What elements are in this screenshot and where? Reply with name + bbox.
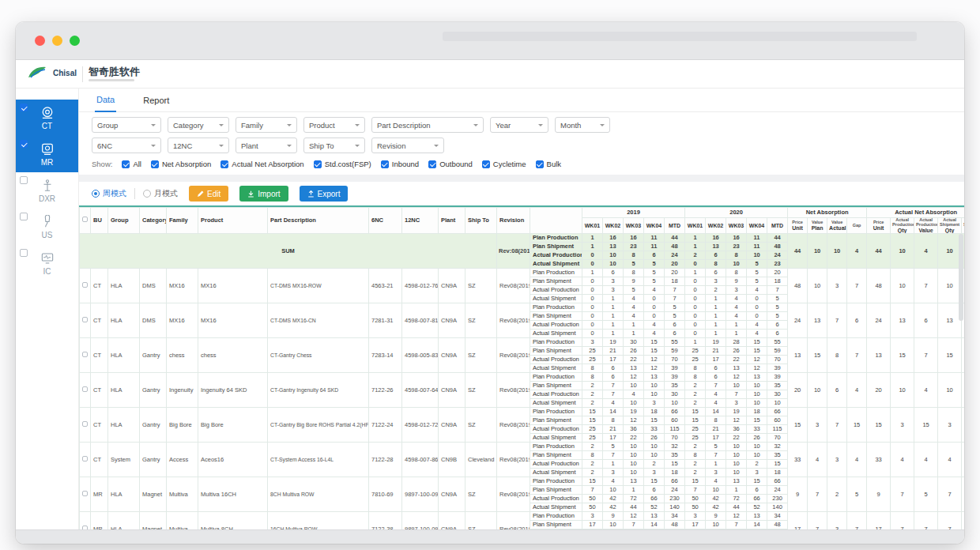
week-header: WK03 [624, 218, 644, 234]
checkbox-icon[interactable] [151, 160, 159, 168]
select-all-checkbox[interactable] [82, 217, 88, 222]
week-value-cell: 12 [644, 356, 665, 364]
week-value-cell: 2 [582, 382, 603, 390]
week-value-cell: 3 [582, 338, 603, 347]
mode-radio-month[interactable]: 月模式 [143, 188, 178, 199]
row-checkbox[interactable] [82, 352, 88, 357]
filter-family[interactable]: Family [236, 117, 297, 133]
import-button[interactable]: Import [239, 186, 288, 202]
show-option-label: Bulk [547, 160, 561, 168]
filter-ship-to[interactable]: Ship To [303, 138, 365, 153]
family-cell: chess [167, 338, 198, 373]
show-option-actual-net-absorption[interactable]: Actual Net Absorption [220, 160, 303, 168]
week-value-cell: 1 [685, 338, 706, 347]
week-value-cell: 48 [665, 521, 685, 529]
row-checkbox[interactable] [82, 317, 88, 322]
week-value-cell: 7 [665, 295, 685, 303]
sidebar-item-checkbox[interactable] [20, 213, 28, 220]
filter-product[interactable]: Product [303, 117, 365, 133]
row-select-cell [80, 512, 91, 529]
family-cell: Multiva [167, 477, 198, 512]
6nc-cell: 4563-21 [369, 269, 402, 303]
checkbox-icon[interactable] [122, 160, 130, 168]
show-option-outbound[interactable]: Outbound [428, 160, 473, 168]
family-cell: Access [167, 443, 198, 477]
category-cell: DMS [140, 303, 167, 338]
scrollbar-thumb[interactable] [959, 234, 963, 321]
tab-data[interactable]: Data [95, 95, 116, 112]
filter-plant[interactable]: Plant [236, 138, 297, 153]
sidebar-item-checkbox[interactable] [20, 176, 28, 184]
week-value-cell: 5 [706, 443, 726, 451]
sidebar-item-ic[interactable]: IC [16, 245, 78, 281]
net-absorption-cell: 15 [847, 408, 867, 443]
show-option-inbound[interactable]: Inbound [381, 160, 419, 168]
mode-radio-week[interactable]: 周模式 [92, 188, 126, 199]
week-value-cell: 10 [726, 443, 747, 451]
minimize-window-button[interactable] [52, 36, 62, 46]
zoom-window-button[interactable] [70, 36, 80, 46]
week-value-cell: 4 [706, 390, 726, 399]
chevron-down-icon [355, 145, 360, 149]
week-value-cell: 15 [747, 338, 767, 347]
filter-group[interactable]: Group [92, 117, 161, 133]
show-option-std-cost-fsp[interactable]: Std.cost(FSP) [314, 160, 371, 168]
filter-month[interactable]: Month [555, 117, 610, 133]
show-option-net-absorption[interactable]: Net Absorption [151, 160, 211, 168]
row-checkbox[interactable] [82, 421, 88, 427]
show-option-label: Actual Net Absorption [232, 160, 303, 168]
filter-part-description[interactable]: Part Description [371, 117, 484, 133]
sidebar-item-checkbox[interactable] [20, 249, 28, 257]
sidebar-item-checkbox[interactable] [20, 140, 28, 148]
filter-6nc[interactable]: 6NC [92, 138, 161, 153]
week-value-cell: 12 [624, 416, 644, 425]
checkbox-icon[interactable] [428, 160, 436, 168]
week-value-cell: 14 [644, 521, 665, 529]
close-window-button[interactable] [35, 36, 45, 46]
value-column-header: Gap [847, 218, 867, 234]
row-checkbox[interactable] [82, 282, 88, 288]
column-header-family: Family [167, 208, 198, 234]
row-checkbox[interactable] [82, 526, 88, 529]
sidebar-item-ct[interactable]: CT [16, 100, 78, 136]
row-checkbox[interactable] [82, 456, 88, 461]
12nc-cell: 4598-012-76241 [402, 269, 439, 303]
show-option-bulk[interactable]: Bulk [536, 160, 561, 168]
row-checkbox[interactable] [82, 386, 88, 392]
filter-selected-value: Product [309, 121, 335, 130]
week-value-cell: 6 [603, 373, 624, 382]
sidebar-item-dxr[interactable]: DXR [16, 172, 78, 209]
checkbox-icon[interactable] [381, 160, 389, 168]
12nc-cell: 4598-005-83661 [402, 338, 439, 373]
filter-revision[interactable]: Revision [371, 138, 444, 153]
week-value-cell: 18 [747, 408, 767, 416]
week-value-cell: 10 [726, 469, 747, 477]
show-option-cycletime[interactable]: Cycletime [482, 160, 526, 168]
week-value-cell: 15 [644, 477, 665, 486]
row-checkbox[interactable] [82, 491, 88, 496]
export-button[interactable]: Export [300, 186, 349, 202]
filter-year[interactable]: Year [490, 117, 548, 133]
address-bar[interactable] [443, 32, 917, 41]
group-cell: HLA [108, 512, 140, 529]
checkbox-icon[interactable] [482, 160, 490, 168]
filter-category[interactable]: Category [168, 117, 229, 133]
sidebar-item-mr[interactable]: MR [16, 136, 78, 172]
filter-12nc[interactable]: 12NC [168, 138, 229, 153]
checkbox-icon[interactable] [314, 160, 322, 168]
sidebar-item-checkbox[interactable] [20, 104, 28, 111]
week-value-cell: 18 [665, 277, 685, 286]
week-value-cell: 10 [624, 443, 644, 451]
checkbox-icon[interactable] [536, 160, 544, 168]
metric-label-cell: Actual Shipment [530, 364, 582, 373]
week-value-cell: 6 [747, 486, 767, 495]
value-column-header: ValueActual [827, 218, 847, 234]
edit-button[interactable]: Edit [189, 186, 228, 202]
show-option-all[interactable]: All [122, 160, 141, 168]
table-scrollbar[interactable] [959, 234, 963, 526]
week-value-cell: 42 [603, 503, 624, 512]
week-value-cell: 1 [624, 321, 644, 330]
checkbox-icon[interactable] [220, 160, 228, 168]
tab-report[interactable]: Report [141, 96, 171, 111]
sidebar-item-us[interactable]: US [16, 209, 78, 245]
